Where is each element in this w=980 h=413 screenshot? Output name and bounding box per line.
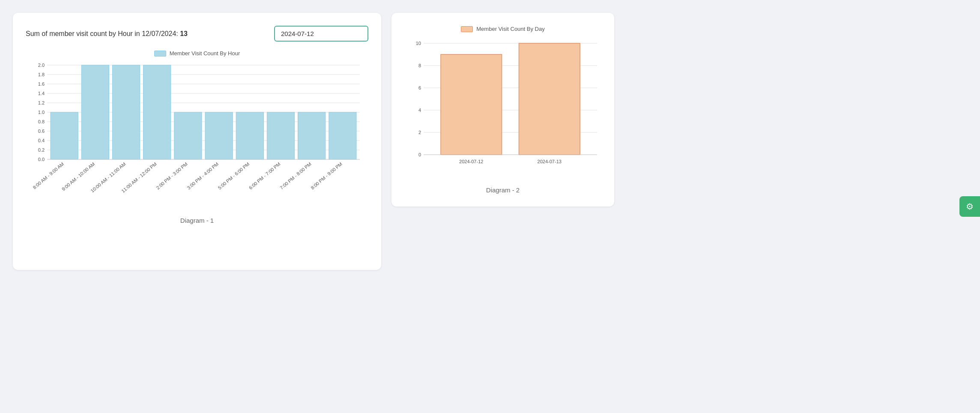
svg-rect-30 xyxy=(174,112,202,159)
svg-rect-28 xyxy=(143,65,171,159)
card-1-title: Sum of member visit count by Hour in 12/… xyxy=(26,30,188,38)
svg-text:8:00 AM - 9:00 AM: 8:00 AM - 9:00 AM xyxy=(32,161,65,190)
legend-label-1: Member Visit Count By Hour xyxy=(170,50,240,57)
bar-chart-1: 0.00.20.40.60.81.01.21.41.61.82.08:00 AM… xyxy=(26,61,364,206)
svg-text:2024-07-12: 2024-07-12 xyxy=(459,159,483,164)
svg-rect-40 xyxy=(329,112,356,159)
svg-text:4: 4 xyxy=(418,108,421,113)
svg-text:1.8: 1.8 xyxy=(38,72,45,77)
chart-1-legend: Member Visit Count By Hour xyxy=(26,50,368,57)
svg-text:0.0: 0.0 xyxy=(38,157,45,162)
svg-text:1.2: 1.2 xyxy=(38,100,45,105)
svg-text:9:00 AM - 10:00 AM: 9:00 AM - 10:00 AM xyxy=(61,161,96,192)
svg-text:5:00 PM - 6:00 PM: 5:00 PM - 6:00 PM xyxy=(217,161,251,190)
svg-text:1.6: 1.6 xyxy=(38,81,45,87)
svg-text:2:00 PM - 3:00 PM: 2:00 PM - 3:00 PM xyxy=(155,161,188,190)
svg-rect-24 xyxy=(81,65,109,159)
svg-text:2024-07-13: 2024-07-13 xyxy=(538,159,562,164)
svg-text:0.4: 0.4 xyxy=(38,138,45,143)
svg-rect-38 xyxy=(298,112,326,159)
diagram-2-card: Member Visit Count By Day 02468102024-07… xyxy=(391,13,614,206)
svg-text:7:00 PM - 8:00 PM: 7:00 PM - 8:00 PM xyxy=(279,161,312,190)
svg-text:10: 10 xyxy=(416,41,421,46)
chart-2-legend: Member Visit Count By Day xyxy=(404,26,601,32)
svg-rect-34 xyxy=(236,112,263,159)
card-1-header: Sum of member visit count by Hour in 12/… xyxy=(26,26,368,42)
svg-text:6:00 PM - 7:00 PM: 6:00 PM - 7:00 PM xyxy=(248,161,281,190)
svg-rect-57 xyxy=(519,43,580,155)
svg-rect-55 xyxy=(441,54,502,155)
svg-text:11:00 AM - 12:00 PM: 11:00 AM - 12:00 PM xyxy=(120,161,158,194)
diagram-1-label: Diagram - 1 xyxy=(26,217,368,224)
svg-rect-22 xyxy=(51,112,78,159)
svg-text:0.6: 0.6 xyxy=(38,129,45,134)
svg-text:2.0: 2.0 xyxy=(38,63,45,68)
svg-text:2: 2 xyxy=(418,130,421,135)
svg-text:8: 8 xyxy=(418,63,421,68)
svg-rect-32 xyxy=(205,112,233,159)
legend-box-blue xyxy=(154,51,166,57)
svg-text:0.2: 0.2 xyxy=(38,147,45,153)
diagram-2-label: Diagram - 2 xyxy=(404,186,601,194)
svg-text:0.8: 0.8 xyxy=(38,119,45,124)
svg-text:8:00 PM - 9:00 PM: 8:00 PM - 9:00 PM xyxy=(310,161,343,190)
date-input[interactable] xyxy=(274,26,368,42)
chart-title-text: Sum of member visit count by Hour in 12/… xyxy=(26,30,178,37)
svg-rect-36 xyxy=(267,112,294,159)
settings-button[interactable]: ⚙ xyxy=(959,196,980,217)
svg-text:1.0: 1.0 xyxy=(38,110,45,115)
svg-text:1.4: 1.4 xyxy=(38,91,45,96)
legend-box-orange xyxy=(461,26,473,32)
bar-chart-2: 02468102024-07-122024-07-13 xyxy=(404,39,601,176)
svg-text:6: 6 xyxy=(418,85,421,90)
svg-text:0: 0 xyxy=(418,152,421,157)
svg-rect-26 xyxy=(112,65,140,159)
svg-text:3:00 PM - 4:00 PM: 3:00 PM - 4:00 PM xyxy=(186,161,219,190)
chart-total-value: 13 xyxy=(180,30,188,37)
gear-icon: ⚙ xyxy=(966,201,974,212)
diagram-1-card: Sum of member visit count by Hour in 12/… xyxy=(13,13,381,270)
legend-label-2: Member Visit Count By Day xyxy=(476,26,544,32)
